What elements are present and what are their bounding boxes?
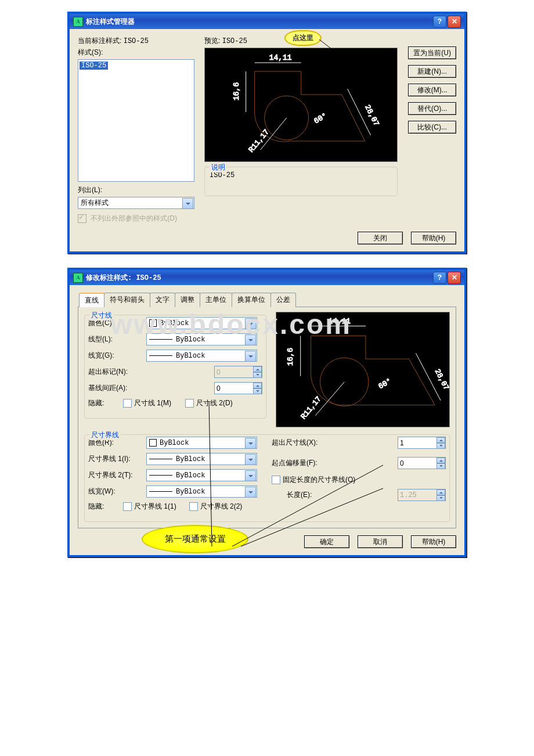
svg-text:28,07: 28,07	[363, 103, 381, 128]
chevron-down-icon[interactable]	[245, 454, 256, 465]
tab-alternate[interactable]: 换算单位	[232, 293, 271, 307]
help-button-2[interactable]: 帮助(H)	[411, 535, 456, 548]
extline1-value: ByBlock	[176, 455, 205, 463]
set-current-button[interactable]: 置为当前(U)	[408, 46, 456, 59]
description-value: ISO-25	[208, 169, 394, 182]
app-icon: A	[73, 17, 83, 27]
length-label: 长度(E):	[287, 490, 339, 500]
svg-text:28,07: 28,07	[433, 368, 449, 391]
help-icon[interactable]: ?	[433, 16, 446, 28]
dimline2-checkbox[interactable]	[185, 399, 194, 408]
baseline-spinner[interactable]: 0	[214, 382, 262, 394]
chevron-down-icon[interactable]	[245, 334, 256, 345]
extline2-value: ByBlock	[176, 471, 205, 480]
svg-text:16,6: 16,6	[286, 348, 295, 366]
lineweight-combo[interactable]: ByBlock	[146, 350, 257, 362]
color-value: ByBlock	[160, 319, 189, 327]
fixed-length-label: 固定长度的尺寸界线(O)	[283, 475, 355, 485]
svg-point-11	[320, 358, 368, 406]
dim-style-manager-dialog: A 标注样式管理器 ? ✕ 当前标注样式: ISO-25 样式(S): ISO-…	[67, 12, 467, 254]
fixed-length-checkbox[interactable]	[272, 476, 280, 484]
lineweight2-combo[interactable]: ByBlock	[146, 485, 257, 498]
style-item-iso25[interactable]: ISO-25	[80, 62, 108, 70]
baseline-label: 基线间距(A):	[88, 383, 164, 393]
offset-spinner[interactable]: 0	[398, 457, 446, 469]
extline-group-title: 尺寸界线	[89, 430, 121, 440]
extline2-checkbox[interactable]	[189, 502, 198, 511]
chevron-down-icon[interactable]	[245, 438, 256, 449]
current-style-value: ISO-25	[124, 37, 149, 45]
tab-fit[interactable]: 调整	[175, 293, 200, 307]
new-button[interactable]: 新建(N)...	[408, 65, 456, 78]
svg-text:R11,17: R11,17	[299, 395, 323, 421]
annotation-callout-2: 第一项通常设置	[142, 525, 248, 553]
close-button[interactable]: 关闭	[358, 232, 403, 244]
chevron-down-icon[interactable]	[182, 198, 193, 209]
styles-label: 样式(S):	[78, 48, 194, 57]
tab-text[interactable]: 文字	[150, 293, 175, 307]
tab-symbols[interactable]: 符号和箭头	[104, 293, 150, 307]
lineweight2-value: ByBlock	[176, 488, 205, 496]
xref-checkbox	[78, 214, 86, 223]
linetype-combo[interactable]: ByBlock	[146, 333, 257, 345]
tab-lines[interactable]: 直线	[79, 293, 104, 307]
titlebar-2: A 修改标注样式: ISO-25 ? ✕	[70, 270, 464, 285]
tab-primary[interactable]: 主单位	[200, 293, 232, 307]
modify-dim-style-dialog: A 修改标注样式: ISO-25 ? ✕ www.bdocx.com 直线 符号…	[67, 268, 467, 557]
xref-label: 不列出外部参照中的样式(D)	[91, 214, 177, 222]
extline1-chk-label: 尺寸界线 1(1)	[134, 502, 176, 512]
offset-value: 0	[400, 459, 404, 467]
tab-strip: 直线 符号和箭头 文字 调整 主单位 换算单位 公差	[78, 292, 456, 307]
suppress2-label: 隐藏:	[88, 502, 123, 512]
preview-image-1: 14,11 16,6 28,07 60° R11,17	[204, 48, 398, 162]
cancel-button[interactable]: 取消	[358, 535, 403, 548]
dimline1-checkbox[interactable]	[123, 399, 132, 408]
list-label: 列出(L):	[78, 185, 194, 195]
ok-button[interactable]: 确定	[304, 535, 349, 548]
svg-text:14,11: 14,11	[328, 317, 351, 326]
length-spinner: 1.25	[398, 489, 446, 501]
color-combo[interactable]: ByBlock	[146, 317, 257, 329]
list-filter-value: 所有样式	[81, 198, 109, 208]
ext-ticks-label: 超出标记(N):	[88, 367, 164, 377]
app-icon: A	[73, 273, 83, 283]
preview-style-name: ISO-25	[222, 37, 247, 45]
ext-ticks-spinner: 0	[214, 366, 262, 378]
modify-button[interactable]: 修改(M)...	[408, 84, 456, 96]
chevron-down-icon[interactable]	[245, 351, 256, 362]
extline2-combo[interactable]: ByBlock	[146, 469, 257, 481]
close-icon[interactable]: ✕	[448, 16, 461, 28]
offset-label: 起点偏移量(F):	[272, 458, 341, 468]
lineweight2-label: 线宽(W):	[88, 487, 146, 496]
color2-combo[interactable]: ByBlock	[146, 437, 257, 449]
override-button[interactable]: 替代(O)...	[408, 102, 456, 115]
annotation-callout-1: 点这里	[284, 30, 322, 46]
close-icon[interactable]: ✕	[448, 272, 461, 284]
extline1-checkbox[interactable]	[123, 502, 132, 511]
description-label: 说明	[210, 163, 227, 172]
linetype-value: ByBlock	[176, 336, 205, 344]
beyond-spinner[interactable]: 1	[398, 437, 446, 449]
preview-image-2: 14,11 16,6 28,07 60° R11,17	[276, 312, 450, 427]
chevron-down-icon[interactable]	[245, 470, 256, 481]
length-value: 1.25	[400, 491, 417, 499]
svg-text:14,11: 14,11	[269, 53, 292, 62]
title-text-1: 标注样式管理器	[86, 17, 135, 27]
beyond-label: 超出尺寸线(X):	[272, 438, 341, 448]
chevron-down-icon[interactable]	[245, 487, 256, 498]
baseline-value: 0	[217, 384, 221, 393]
compare-button[interactable]: 比较(C)...	[408, 121, 456, 134]
help-icon[interactable]: ?	[433, 272, 446, 284]
color2-value: ByBlock	[160, 439, 189, 447]
list-filter-combo[interactable]: 所有样式	[78, 197, 194, 209]
linetype-label: 线型(L):	[88, 334, 146, 344]
extline1-type-label: 尺寸界线 1(I):	[88, 454, 146, 464]
extline1-combo[interactable]: ByBlock	[146, 453, 257, 465]
help-button[interactable]: 帮助(H)	[411, 232, 456, 244]
styles-listbox[interactable]: ISO-25	[78, 59, 194, 182]
extline2-type-label: 尺寸界线 2(T):	[88, 470, 146, 480]
dimline-group-title: 尺寸线	[89, 311, 114, 321]
ext-ticks-value: 0	[217, 368, 221, 376]
chevron-down-icon[interactable]	[245, 318, 256, 329]
tab-tolerance[interactable]: 公差	[270, 293, 296, 307]
